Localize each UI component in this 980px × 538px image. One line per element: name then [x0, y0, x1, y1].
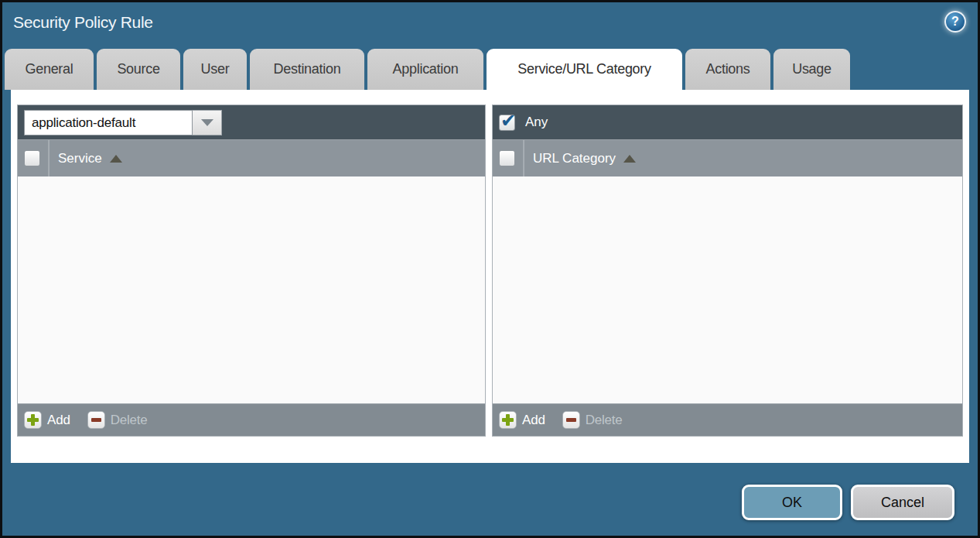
- select-all-url-categories-checkbox[interactable]: [499, 150, 515, 166]
- delete-button-label: Delete: [586, 413, 623, 428]
- url-category-add-button[interactable]: Add: [499, 411, 545, 429]
- ok-button[interactable]: OK: [742, 485, 842, 520]
- sort-ascending-icon[interactable]: [110, 155, 122, 163]
- tab-source[interactable]: Source: [97, 49, 180, 90]
- url-category-list[interactable]: [493, 176, 962, 403]
- plus-icon: [499, 411, 517, 429]
- service-type-value[interactable]: application-default: [24, 110, 193, 135]
- service-footer: Add Delete: [18, 403, 485, 436]
- service-type-select: application-default: [24, 110, 222, 135]
- tab-general[interactable]: General: [5, 49, 94, 90]
- chevron-down-icon: [201, 119, 213, 126]
- dialog-title: Security Policy Rule: [13, 13, 153, 32]
- service-list[interactable]: [18, 176, 485, 403]
- service-column-label[interactable]: Service: [58, 151, 102, 166]
- url-category-panel: Any URL Category Add Delete: [492, 105, 963, 437]
- sort-ascending-icon[interactable]: [623, 155, 636, 163]
- help-icon[interactable]: ?: [944, 11, 966, 33]
- url-category-table-header: URL Category: [493, 139, 962, 176]
- any-checkbox[interactable]: [499, 115, 515, 131]
- tab-actions[interactable]: Actions: [685, 49, 770, 90]
- tab-user[interactable]: User: [183, 49, 247, 90]
- minus-icon: [562, 411, 580, 429]
- select-all-services-checkbox[interactable]: [24, 150, 40, 166]
- header-divider: [48, 140, 49, 176]
- delete-button-label: Delete: [111, 413, 148, 428]
- tab-usage[interactable]: Usage: [773, 49, 850, 90]
- service-delete-button[interactable]: Delete: [87, 411, 148, 429]
- service-toolbar: application-default: [18, 105, 485, 139]
- tab-content-service-url-category: application-default Service Add: [11, 90, 969, 463]
- service-add-button[interactable]: Add: [24, 411, 70, 429]
- tab-service-url-category[interactable]: Service/URL Category: [487, 49, 682, 90]
- url-category-column-label[interactable]: URL Category: [533, 151, 616, 166]
- url-category-delete-button[interactable]: Delete: [562, 411, 623, 429]
- tab-destination[interactable]: Destination: [250, 49, 364, 90]
- header-divider: [523, 140, 524, 176]
- service-panel: application-default Service Add: [17, 105, 486, 437]
- any-checkbox-label[interactable]: Any: [525, 115, 548, 130]
- add-button-label: Add: [47, 413, 70, 428]
- minus-icon: [87, 411, 105, 429]
- service-table-header: Service: [18, 139, 485, 176]
- tab-bar: General Source User Destination Applicat…: [5, 49, 850, 90]
- tab-application[interactable]: Application: [367, 49, 483, 90]
- url-category-footer: Add Delete: [493, 403, 962, 436]
- url-category-toolbar: Any: [493, 105, 962, 139]
- security-policy-rule-dialog: Security Policy Rule ? General Source Us…: [0, 0, 980, 538]
- service-type-dropdown-button[interactable]: [193, 110, 222, 135]
- add-button-label: Add: [522, 413, 545, 428]
- cancel-button[interactable]: Cancel: [851, 485, 954, 520]
- plus-icon: [24, 411, 42, 429]
